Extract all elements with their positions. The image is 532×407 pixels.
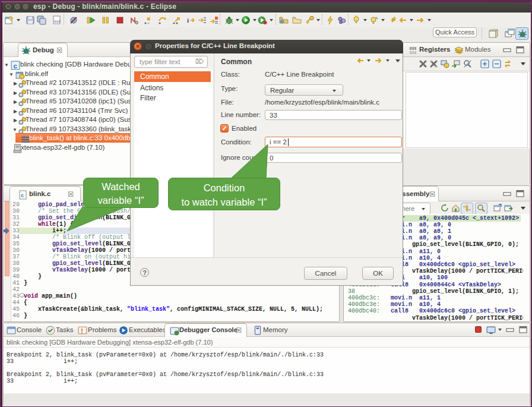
svg-text:c: c (14, 62, 18, 70)
svg-text:!: ! (81, 328, 83, 335)
svg-text:c: c (21, 193, 24, 198)
svg-text:i: i (187, 17, 189, 24)
svg-text:010: 010 (54, 20, 61, 24)
